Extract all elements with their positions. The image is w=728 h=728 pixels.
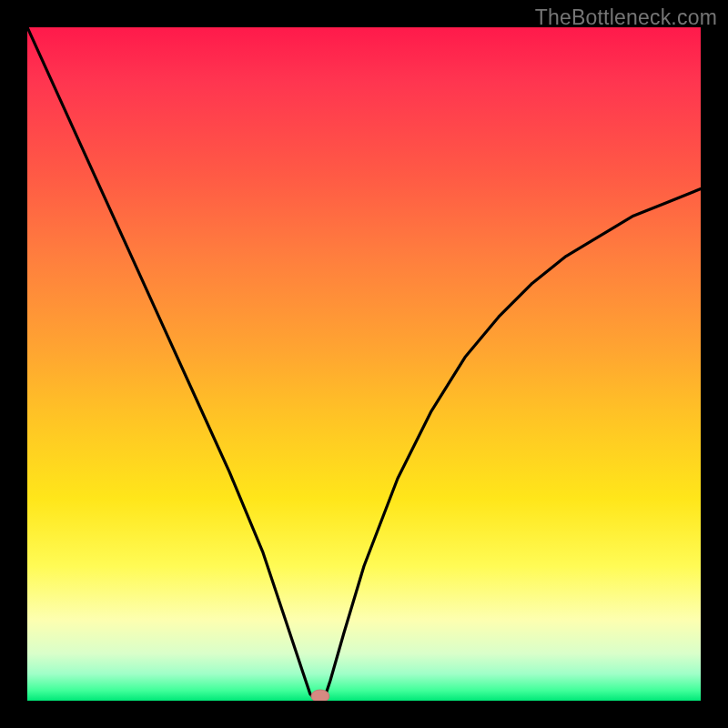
chart-frame: TheBottleneck.com	[0, 0, 728, 728]
min-point-marker	[311, 690, 329, 701]
plot-area	[27, 27, 701, 701]
watermark-text: TheBottleneck.com	[535, 5, 717, 30]
curve-layer	[27, 27, 701, 701]
bottleneck-curve	[27, 27, 701, 701]
